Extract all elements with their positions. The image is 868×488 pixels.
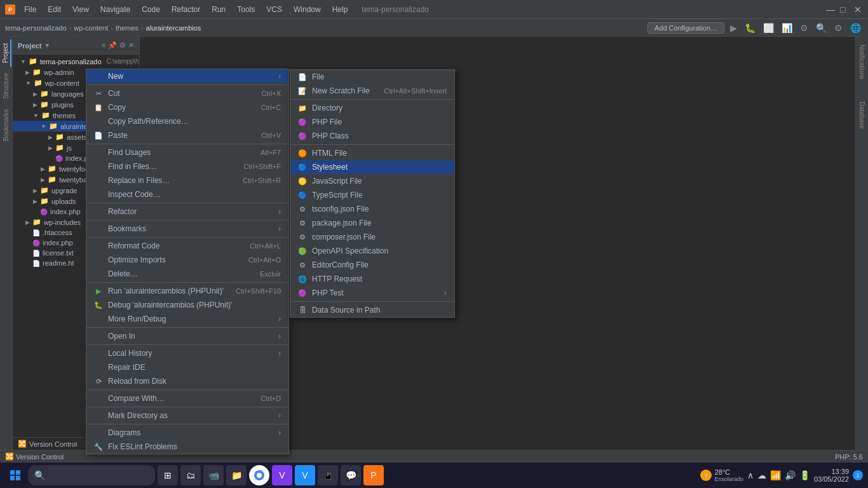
tray-icon-sound[interactable]: 🔊 xyxy=(785,470,796,480)
submenu-html[interactable]: 🟠 HTML File xyxy=(290,146,454,160)
menu-vcs[interactable]: VCS xyxy=(261,4,287,15)
menu-code[interactable]: Code xyxy=(137,4,165,15)
submenu-datasource[interactable]: 🗄 Data Source in Path xyxy=(290,303,454,317)
ctx-inspect-code[interactable]: Inspect Code… xyxy=(86,187,288,201)
ide3-button[interactable]: V xyxy=(295,465,315,485)
tsconfig-icon: ⚙ xyxy=(298,205,307,214)
ctx-diagrams[interactable]: Diagrams › xyxy=(86,426,288,440)
ctx-open-in[interactable]: Open In › xyxy=(86,329,288,343)
ctx-more-run[interactable]: More Run/Debug › xyxy=(86,312,288,326)
submenu-package[interactable]: ⚙ package.json File xyxy=(290,216,454,230)
ctx-copy[interactable]: 📋 Copy Ctrl+C xyxy=(86,100,288,114)
ctx-reload[interactable]: ⟳ Reload from Disk xyxy=(86,374,288,388)
css-icon: 🔵 xyxy=(298,163,307,172)
menu-view[interactable]: View xyxy=(67,4,94,15)
submenu-ts[interactable]: 🔵 TypeScript File xyxy=(290,188,454,202)
composer-icon: ⚙ xyxy=(298,233,307,241)
main-layout: Project Structure Bookmarks Project ▼ ≡ … xyxy=(0,37,868,450)
ctx-replace-files[interactable]: Replace in Files… Ctrl+Shift+R xyxy=(86,173,288,187)
ctx-refactor-arrow: › xyxy=(278,207,281,216)
ctx-new[interactable]: New › xyxy=(86,69,288,83)
title-bar-left: P File Edit View Navigate Code Refactor … xyxy=(5,4,429,15)
ctx-delete[interactable]: Delete… Excluir xyxy=(86,267,288,281)
ts-icon: 🔵 xyxy=(298,191,307,200)
ctx-more-run-arrow: › xyxy=(278,315,281,323)
submenu-composer[interactable]: ⚙ composer.json File xyxy=(290,230,454,244)
ctx-refactor[interactable]: Refactor › xyxy=(86,205,288,219)
start-button[interactable] xyxy=(5,465,25,485)
ctx-eslint[interactable]: 🔧 Fix ESLint Problems xyxy=(86,440,288,454)
svg-rect-2 xyxy=(10,476,15,480)
submenu-scratch-shortcut: Ctrl+Alt+Shift+Insert xyxy=(384,87,447,95)
submenu-js[interactable]: 🟡 JavaScript File xyxy=(290,174,454,188)
ctx-compare[interactable]: Compare With… Ctrl+D xyxy=(86,391,288,405)
clock-date: 03/05/2022 xyxy=(814,475,849,483)
menu-help[interactable]: Help xyxy=(327,4,353,15)
ctx-debug[interactable]: 🐛 Debug 'aluraintercambios (PHPUnit)' xyxy=(86,298,288,312)
submenu-http-label: HTTP Request xyxy=(312,274,362,283)
svg-rect-3 xyxy=(16,476,20,480)
php-class-icon: 🟣 xyxy=(298,132,307,140)
submenu-tsconfig-label: tsconfig.json File xyxy=(312,205,369,214)
ctx-cut[interactable]: ✂ Cut Ctrl+X xyxy=(86,86,288,100)
tray-icon-up[interactable]: ∧ xyxy=(747,470,754,480)
submenu-php-test[interactable]: 🟣 PHP Test › xyxy=(290,286,454,300)
minimize-button[interactable]: — xyxy=(826,5,835,14)
ctx-optimize[interactable]: Optimize Imports Ctrl+Alt+O xyxy=(86,253,288,267)
ctx-find-usages[interactable]: Find Usages Alt+F7 xyxy=(86,146,288,159)
menu-navigate[interactable]: Navigate xyxy=(95,4,135,15)
ctx-bookmarks[interactable]: Bookmarks › xyxy=(86,222,288,236)
ctx-diagrams-arrow: › xyxy=(278,428,281,437)
ctx-find-files[interactable]: Find in Files… Ctrl+Shift+F xyxy=(86,159,288,173)
phpstorm-taskbar-button[interactable]: P xyxy=(363,465,384,485)
submenu-openapi[interactable]: 🟢 OpenAPI Specification xyxy=(290,244,454,258)
weather-widget[interactable]: ☀ 28°C Ensolarado xyxy=(700,468,743,482)
ctx-run[interactable]: ▶ Run 'aluraintercambios (PHPUnit)' Ctrl… xyxy=(86,284,288,298)
maximize-button[interactable]: □ xyxy=(840,5,849,14)
submenu-datasource-label: Data Source in Path xyxy=(312,306,380,315)
task-view-button[interactable]: ⊞ xyxy=(158,465,178,485)
submenu-editorconfig[interactable]: ⚙ EditorConfig File xyxy=(290,258,454,272)
files-button[interactable]: 🗂 xyxy=(180,465,201,485)
clock[interactable]: 13:39 03/05/2022 xyxy=(814,468,849,483)
ctx-compare-shortcut: Ctrl+D xyxy=(261,395,281,402)
ctx-repair-ide[interactable]: Repair IDE xyxy=(86,360,288,374)
ctx-divider-2 xyxy=(86,144,288,144)
tray-icon-cloud[interactable]: ☁ xyxy=(757,470,766,480)
ctx-reformat[interactable]: Reformat Code Ctrl+Alt+L xyxy=(86,239,288,253)
tray-icon-wifi[interactable]: 📶 xyxy=(770,470,781,480)
ide2-button[interactable]: V xyxy=(272,465,292,485)
chat-button[interactable]: 💬 xyxy=(341,465,361,485)
ctx-local-history[interactable]: Local History › xyxy=(86,346,288,360)
menu-window[interactable]: Window xyxy=(288,4,326,15)
chrome-button[interactable] xyxy=(249,465,269,485)
submenu-php-file[interactable]: 🟣 PHP File xyxy=(290,115,454,129)
menu-refactor[interactable]: Refactor xyxy=(166,4,205,15)
submenu-stylesheet[interactable]: 🔵 Stylesheet xyxy=(290,160,454,174)
ctx-mark-dir-label: Mark Directory as xyxy=(108,411,168,420)
menu-edit[interactable]: Edit xyxy=(43,4,66,15)
submenu-http[interactable]: 🌐 HTTP Request xyxy=(290,272,454,286)
ctx-paste[interactable]: 📄 Paste Ctrl+V xyxy=(86,128,288,142)
submenu-tsconfig[interactable]: ⚙ tsconfig.json File xyxy=(290,202,454,216)
search-taskbar-button[interactable]: 🔍 xyxy=(28,465,155,485)
submenu-scratch[interactable]: 📝 New Scratch File Ctrl+Alt+Shift+Insert xyxy=(290,84,454,98)
explorer-button[interactable]: 📁 xyxy=(226,465,247,485)
ctx-reformat-label: Reformat Code xyxy=(108,241,159,250)
ctx-delete-label: Delete… xyxy=(108,269,138,278)
tray-icon-battery[interactable]: 🔋 xyxy=(799,470,810,480)
menu-file[interactable]: File xyxy=(19,4,41,15)
submenu-directory[interactable]: 📁 Directory xyxy=(290,101,454,115)
submenu-file[interactable]: 📄 File xyxy=(290,70,454,84)
menu-tools[interactable]: Tools xyxy=(232,4,260,15)
submenu-php-class[interactable]: 🟣 PHP Class xyxy=(290,129,454,143)
menu-run[interactable]: Run xyxy=(207,4,231,15)
cut-icon: ✂ xyxy=(94,89,103,98)
phone-button[interactable]: 📱 xyxy=(318,465,338,485)
debug-icon: 🐛 xyxy=(94,301,103,309)
close-button[interactable]: ✕ xyxy=(854,5,863,14)
meet-button[interactable]: 📹 xyxy=(203,465,224,485)
ctx-mark-dir[interactable]: Mark Directory as › xyxy=(86,409,288,423)
ctx-copy-path[interactable]: Copy Path/Reference… xyxy=(86,114,288,128)
notification-badge[interactable]: 1 xyxy=(853,470,863,480)
